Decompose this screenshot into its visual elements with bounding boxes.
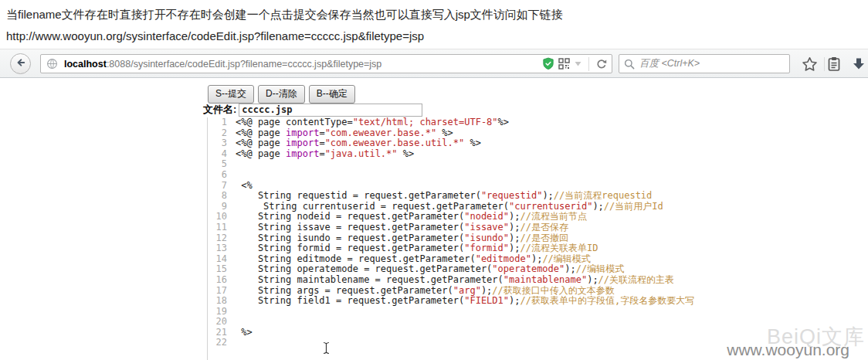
line-number: 11 <box>208 222 227 233</box>
line-number: 12 <box>208 233 227 244</box>
line-number: 7 <box>208 181 227 192</box>
code-line[interactable]: <%@ page import="com.eweaver.base.util.*… <box>236 138 868 149</box>
line-number: 14 <box>208 254 227 265</box>
chevron-down-icon[interactable] <box>574 59 582 68</box>
filename-row: 文件名: <box>203 103 422 117</box>
submit-button[interactable]: S--提交 <box>208 85 254 104</box>
line-number: 13 <box>208 243 227 254</box>
search-placeholder: 百度 <Ctrl+K> <box>639 57 700 70</box>
line-number: 18 <box>208 296 227 307</box>
qr-code-icon[interactable] <box>558 58 570 70</box>
intro-line-1: 当filename文件存在时直接打开不存在时会创建一个点击提交会保存当然也可以直… <box>6 4 862 25</box>
code-line[interactable] <box>236 170 868 181</box>
line-number: 20 <box>208 317 227 328</box>
filename-input[interactable] <box>239 104 422 117</box>
line-number: 22 <box>208 338 227 348</box>
code-line[interactable]: String operatemode = request.getParamete… <box>236 264 868 275</box>
line-number: 4 <box>208 149 227 160</box>
code-line[interactable]: String editmode = request.getParameter("… <box>236 254 868 265</box>
code-line[interactable]: String nodeid = request.getParameter("no… <box>236 212 868 222</box>
code-line[interactable]: String args = request.getParameter("arg"… <box>236 286 868 297</box>
editor-toolbar: S--提交 D--清除 B--确定 <box>208 85 355 104</box>
intro-line-2: http://www.wooyun.org/sysinterface/codeE… <box>6 25 862 47</box>
code-line[interactable]: String isundo = request.getParameter("is… <box>236 233 868 244</box>
watermark-site: www.wooyun.org <box>727 341 849 359</box>
shield-icon[interactable] <box>542 57 554 70</box>
line-number: 8 <box>208 191 227 202</box>
urlbar-divider <box>588 57 589 71</box>
line-number: 5 <box>208 159 227 170</box>
line-number: 16 <box>208 275 227 286</box>
code-line[interactable]: String issave = request.getParameter("is… <box>236 222 868 233</box>
code-line[interactable]: String currentuserid = request.getParame… <box>236 202 868 212</box>
code-line[interactable]: String field1 = request.getParameter("FI… <box>236 296 868 307</box>
code-line[interactable]: <% <box>236 181 868 192</box>
line-number: 1 <box>208 117 227 128</box>
line-number: 9 <box>208 202 227 212</box>
url-path: :8088/sysinterface/codeEdit.jsp?filename… <box>107 59 381 70</box>
clipboard-icon[interactable] <box>827 56 841 75</box>
intro-text: 当filename文件存在时直接打开不存在时会创建一个点击提交会保存当然也可以直… <box>0 0 868 51</box>
browser-toolbar: localhost:8088/sysinterface/codeEdit.jsp… <box>0 49 868 78</box>
clear-button[interactable]: D--清除 <box>258 85 305 104</box>
back-icon <box>15 56 27 72</box>
refresh-icon[interactable] <box>595 58 608 70</box>
search-icon <box>624 59 635 70</box>
url-host: localhost <box>64 59 107 70</box>
line-number: 2 <box>208 128 227 139</box>
page-content: S--提交 D--清除 B--确定 文件名: 12345678910111213… <box>0 78 868 360</box>
line-numbers: 12345678910111213141516171819202122 <box>208 117 231 360</box>
code-line[interactable]: <%@ page import="java.util.*" %> <box>236 149 868 160</box>
star-icon[interactable] <box>802 56 818 75</box>
address-bar[interactable]: localhost:8088/sysinterface/codeEdit.jsp… <box>40 54 612 73</box>
line-number: 17 <box>208 286 227 297</box>
code-line[interactable]: <%@ page contentType="text/html; charset… <box>236 117 868 128</box>
code-line[interactable]: String formid = request.getParameter("fo… <box>236 243 868 254</box>
line-number: 21 <box>208 328 227 338</box>
line-number: 15 <box>208 264 227 275</box>
url-text[interactable]: localhost:8088/sysinterface/codeEdit.jsp… <box>64 59 542 70</box>
download-icon[interactable] <box>852 57 866 74</box>
code-line[interactable] <box>236 159 868 170</box>
filename-label: 文件名: <box>203 103 236 117</box>
code-line[interactable]: <%@ page import="com.eweaver.base.*" %> <box>236 128 868 139</box>
line-number: 3 <box>208 138 227 149</box>
confirm-button[interactable]: B--确定 <box>309 85 355 104</box>
line-number: 19 <box>208 307 227 318</box>
line-number: 6 <box>208 170 227 181</box>
text-cursor-icon <box>322 341 331 358</box>
globe-icon[interactable] <box>46 58 58 70</box>
line-number: 10 <box>208 212 227 222</box>
search-input[interactable]: 百度 <Ctrl+K> <box>619 54 790 73</box>
back-button[interactable] <box>10 53 31 74</box>
code-line[interactable]: String maintablename = request.getParame… <box>236 275 868 286</box>
code-line[interactable] <box>236 307 868 318</box>
toolbar-divider <box>824 57 825 71</box>
code-line[interactable]: String requestid = request.getParameter(… <box>236 191 868 202</box>
